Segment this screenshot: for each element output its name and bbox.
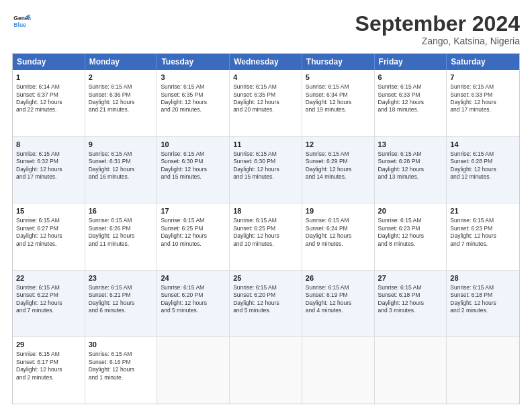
day-number: 10 <box>161 140 226 150</box>
day-info: Sunrise: 6:15 AM Sunset: 6:25 PM Dayligh… <box>161 217 207 246</box>
header-cell-sunday: Sunday <box>13 54 85 70</box>
calendar-cell: 24Sunrise: 6:15 AM Sunset: 6:20 PM Dayli… <box>157 271 230 337</box>
calendar-cell: 30Sunrise: 6:15 AM Sunset: 6:16 PM Dayli… <box>85 337 158 404</box>
day-number: 5 <box>306 73 371 83</box>
calendar-cell <box>302 337 375 404</box>
calendar-cell: 17Sunrise: 6:15 AM Sunset: 6:25 PM Dayli… <box>157 203 230 270</box>
header-cell-tuesday: Tuesday <box>157 54 230 70</box>
calendar-cell: 3Sunrise: 6:15 AM Sunset: 6:35 PM Daylig… <box>157 70 230 136</box>
day-info: Sunrise: 6:14 AM Sunset: 6:37 PM Dayligh… <box>16 83 62 113</box>
day-number: 3 <box>161 73 226 83</box>
day-info: Sunrise: 6:15 AM Sunset: 6:30 PM Dayligh… <box>233 150 279 180</box>
header-cell-thursday: Thursday <box>302 54 375 70</box>
calendar-cell <box>157 337 230 404</box>
logo: General Blue <box>12 12 31 31</box>
day-info: Sunrise: 6:15 AM Sunset: 6:34 PM Dayligh… <box>306 83 352 113</box>
calendar-cell: 4Sunrise: 6:15 AM Sunset: 6:35 PM Daylig… <box>230 70 302 136</box>
day-info: Sunrise: 6:15 AM Sunset: 6:26 PM Dayligh… <box>89 217 135 246</box>
day-info: Sunrise: 6:15 AM Sunset: 6:19 PM Dayligh… <box>306 284 352 314</box>
day-number: 23 <box>89 273 154 283</box>
calendar-cell: 26Sunrise: 6:15 AM Sunset: 6:19 PM Dayli… <box>302 271 375 337</box>
day-info: Sunrise: 6:15 AM Sunset: 6:30 PM Dayligh… <box>161 150 207 180</box>
calendar-cell: 27Sunrise: 6:15 AM Sunset: 6:18 PM Dayli… <box>375 271 447 337</box>
day-info: Sunrise: 6:15 AM Sunset: 6:33 PM Dayligh… <box>378 83 425 113</box>
calendar-cell: 21Sunrise: 6:15 AM Sunset: 6:23 PM Dayli… <box>447 203 519 270</box>
day-number: 11 <box>233 140 298 150</box>
subtitle: Zango, Katsina, Nigeria <box>355 36 520 46</box>
calendar-cell: 23Sunrise: 6:15 AM Sunset: 6:21 PM Dayli… <box>85 271 158 337</box>
day-number: 16 <box>89 206 154 216</box>
calendar-cell: 2Sunrise: 6:15 AM Sunset: 6:36 PM Daylig… <box>85 70 158 136</box>
day-number: 9 <box>89 140 154 150</box>
day-info: Sunrise: 6:15 AM Sunset: 6:23 PM Dayligh… <box>378 217 425 246</box>
calendar: SundayMondayTuesdayWednesdayThursdayFrid… <box>12 53 520 404</box>
day-number: 29 <box>16 340 81 350</box>
calendar-week-2: 8Sunrise: 6:15 AM Sunset: 6:32 PM Daylig… <box>13 137 519 204</box>
day-number: 17 <box>161 206 226 216</box>
day-number: 4 <box>233 73 298 83</box>
month-title: September 2024 <box>355 12 520 36</box>
calendar-cell: 14Sunrise: 6:15 AM Sunset: 6:28 PM Dayli… <box>447 137 519 203</box>
calendar-header: SundayMondayTuesdayWednesdayThursdayFrid… <box>13 54 519 70</box>
day-number: 20 <box>378 206 443 216</box>
day-number: 18 <box>233 206 298 216</box>
calendar-week-1: 1Sunrise: 6:14 AM Sunset: 6:37 PM Daylig… <box>13 70 519 137</box>
calendar-cell: 22Sunrise: 6:15 AM Sunset: 6:22 PM Dayli… <box>13 271 85 337</box>
day-number: 12 <box>306 140 371 150</box>
day-number: 8 <box>16 140 81 150</box>
header-cell-saturday: Saturday <box>447 54 519 70</box>
day-info: Sunrise: 6:15 AM Sunset: 6:24 PM Dayligh… <box>306 217 352 246</box>
day-info: Sunrise: 6:15 AM Sunset: 6:18 PM Dayligh… <box>450 284 496 314</box>
day-info: Sunrise: 6:15 AM Sunset: 6:20 PM Dayligh… <box>161 284 207 314</box>
svg-text:Blue: Blue <box>13 21 26 28</box>
page: General Blue September 2024 Zango, Katsi… <box>0 0 532 411</box>
calendar-cell: 9Sunrise: 6:15 AM Sunset: 6:31 PM Daylig… <box>85 137 158 203</box>
day-info: Sunrise: 6:15 AM Sunset: 6:18 PM Dayligh… <box>378 284 425 314</box>
calendar-cell: 15Sunrise: 6:15 AM Sunset: 6:27 PM Dayli… <box>13 203 85 270</box>
calendar-cell: 5Sunrise: 6:15 AM Sunset: 6:34 PM Daylig… <box>302 70 375 136</box>
calendar-cell <box>375 337 447 404</box>
calendar-week-4: 22Sunrise: 6:15 AM Sunset: 6:22 PM Dayli… <box>13 271 519 338</box>
day-number: 2 <box>89 73 154 83</box>
calendar-cell <box>230 337 302 404</box>
day-number: 25 <box>233 273 298 283</box>
calendar-cell: 13Sunrise: 6:15 AM Sunset: 6:28 PM Dayli… <box>375 137 447 203</box>
day-info: Sunrise: 6:15 AM Sunset: 6:31 PM Dayligh… <box>89 150 135 180</box>
day-number: 28 <box>450 273 516 283</box>
day-info: Sunrise: 6:15 AM Sunset: 6:25 PM Dayligh… <box>233 217 279 246</box>
calendar-cell: 25Sunrise: 6:15 AM Sunset: 6:20 PM Dayli… <box>230 271 302 337</box>
calendar-cell: 11Sunrise: 6:15 AM Sunset: 6:30 PM Dayli… <box>230 137 302 203</box>
calendar-cell: 19Sunrise: 6:15 AM Sunset: 6:24 PM Dayli… <box>302 203 375 270</box>
day-info: Sunrise: 6:15 AM Sunset: 6:22 PM Dayligh… <box>16 284 62 314</box>
day-number: 22 <box>16 273 81 283</box>
day-number: 30 <box>89 340 154 350</box>
day-info: Sunrise: 6:15 AM Sunset: 6:20 PM Dayligh… <box>233 284 279 314</box>
day-info: Sunrise: 6:15 AM Sunset: 6:28 PM Dayligh… <box>378 150 425 180</box>
calendar-week-5: 29Sunrise: 6:15 AM Sunset: 6:17 PM Dayli… <box>13 337 519 404</box>
day-info: Sunrise: 6:15 AM Sunset: 6:33 PM Dayligh… <box>450 83 496 113</box>
day-number: 15 <box>16 206 81 216</box>
day-number: 21 <box>450 206 516 216</box>
day-info: Sunrise: 6:15 AM Sunset: 6:28 PM Dayligh… <box>450 150 496 180</box>
header-cell-wednesday: Wednesday <box>230 54 302 70</box>
calendar-cell: 1Sunrise: 6:14 AM Sunset: 6:37 PM Daylig… <box>13 70 85 136</box>
header: General Blue September 2024 Zango, Katsi… <box>12 12 520 46</box>
header-cell-friday: Friday <box>375 54 447 70</box>
day-info: Sunrise: 6:15 AM Sunset: 6:16 PM Dayligh… <box>89 351 135 380</box>
calendar-cell: 28Sunrise: 6:15 AM Sunset: 6:18 PM Dayli… <box>447 271 519 337</box>
day-number: 6 <box>378 73 443 83</box>
day-info: Sunrise: 6:15 AM Sunset: 6:17 PM Dayligh… <box>16 351 62 380</box>
day-number: 26 <box>306 273 371 283</box>
calendar-cell: 8Sunrise: 6:15 AM Sunset: 6:32 PM Daylig… <box>13 137 85 203</box>
day-info: Sunrise: 6:15 AM Sunset: 6:36 PM Dayligh… <box>89 83 135 113</box>
day-number: 19 <box>306 206 371 216</box>
day-info: Sunrise: 6:15 AM Sunset: 6:23 PM Dayligh… <box>450 217 496 246</box>
calendar-week-3: 15Sunrise: 6:15 AM Sunset: 6:27 PM Dayli… <box>13 203 519 271</box>
calendar-cell: 10Sunrise: 6:15 AM Sunset: 6:30 PM Dayli… <box>157 137 230 203</box>
calendar-cell: 7Sunrise: 6:15 AM Sunset: 6:33 PM Daylig… <box>447 70 519 136</box>
calendar-body: 1Sunrise: 6:14 AM Sunset: 6:37 PM Daylig… <box>13 70 519 404</box>
calendar-cell: 12Sunrise: 6:15 AM Sunset: 6:29 PM Dayli… <box>302 137 375 203</box>
logo-icon: General Blue <box>12 12 31 31</box>
day-number: 24 <box>161 273 226 283</box>
day-info: Sunrise: 6:15 AM Sunset: 6:35 PM Dayligh… <box>233 83 279 113</box>
